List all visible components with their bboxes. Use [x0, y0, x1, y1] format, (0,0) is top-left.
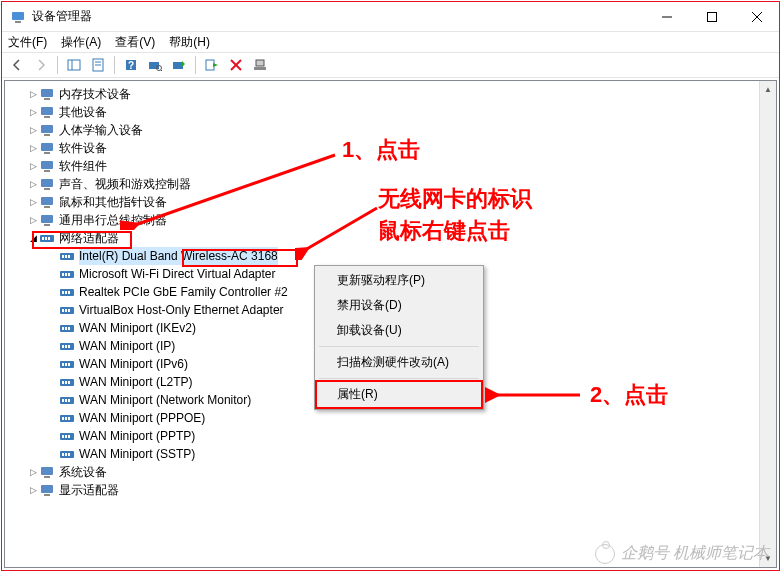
- tree-item[interactable]: ▷ 通用串行总线控制器: [5, 211, 776, 229]
- tool-update[interactable]: [168, 54, 190, 76]
- device-category-icon: [39, 212, 55, 228]
- tree-item-adapter[interactable]: WAN Miniport (SSTP): [5, 445, 776, 463]
- tree-item[interactable]: ▷ 鼠标和其他指针设备: [5, 193, 776, 211]
- tree-item-label: VirtualBox Host-Only Ethernet Adapter: [79, 301, 284, 319]
- tool-scan[interactable]: [144, 54, 166, 76]
- svg-rect-22: [41, 89, 53, 97]
- tree-item[interactable]: ▷ 显示适配器: [5, 481, 776, 499]
- network-adapter-icon: [59, 428, 75, 444]
- tree-item-adapter[interactable]: Intel(R) Dual Band Wireless-AC 3168: [5, 247, 776, 265]
- tree-item[interactable]: ▷ 声音、视频和游戏控制器: [5, 175, 776, 193]
- expander-icon[interactable]: ▷: [27, 157, 39, 175]
- scroll-up-arrow[interactable]: ▲: [760, 81, 776, 98]
- svg-rect-27: [44, 134, 50, 136]
- device-category-icon: [39, 176, 55, 192]
- maximize-button[interactable]: [689, 2, 734, 31]
- tree-item[interactable]: ▷ 软件组件: [5, 157, 776, 175]
- menu-action[interactable]: 操作(A): [61, 34, 101, 51]
- window-title: 设备管理器: [32, 8, 644, 25]
- tree-item-label: 软件设备: [59, 139, 107, 157]
- svg-rect-76: [65, 399, 67, 402]
- context-menu-item[interactable]: 属性(R): [315, 380, 483, 409]
- context-menu-item[interactable]: 扫描检测硬件改动(A): [317, 350, 481, 375]
- forward-button[interactable]: [30, 54, 52, 76]
- tree-item-label: Microsoft Wi-Fi Direct Virtual Adapter: [79, 265, 276, 283]
- penguin-icon: [595, 544, 615, 564]
- device-category-icon: [39, 158, 55, 174]
- context-menu-item[interactable]: 禁用设备(D): [317, 293, 481, 318]
- svg-rect-45: [68, 255, 70, 258]
- svg-rect-0: [12, 12, 24, 20]
- svg-rect-93: [44, 494, 50, 496]
- svg-rect-68: [65, 363, 67, 366]
- svg-rect-44: [65, 255, 67, 258]
- svg-rect-59: [62, 327, 64, 330]
- svg-rect-80: [65, 417, 67, 420]
- tool-device[interactable]: [249, 54, 271, 76]
- tree-item-label: WAN Miniport (IP): [79, 337, 175, 355]
- tree-item[interactable]: ▷ 人体学输入设备: [5, 121, 776, 139]
- minimize-button[interactable]: [644, 2, 689, 31]
- expander-icon[interactable]: ▷: [27, 463, 39, 481]
- tree-item-label: WAN Miniport (SSTP): [79, 445, 195, 463]
- device-category-icon: [39, 140, 55, 156]
- context-menu-item[interactable]: 更新驱动程序(P): [317, 268, 481, 293]
- svg-rect-35: [44, 206, 50, 208]
- expander-icon[interactable]: ▷: [27, 121, 39, 139]
- expander-icon[interactable]: ▷: [27, 211, 39, 229]
- back-button[interactable]: [6, 54, 28, 76]
- svg-rect-40: [45, 237, 47, 240]
- tree-item[interactable]: ▷ 其他设备: [5, 103, 776, 121]
- device-category-icon: [39, 122, 55, 138]
- svg-rect-91: [44, 476, 50, 478]
- tool-help[interactable]: ?: [120, 54, 142, 76]
- tree-item[interactable]: ▷ 内存技术设备: [5, 85, 776, 103]
- svg-rect-1: [15, 21, 21, 23]
- tool-show-hide[interactable]: [63, 54, 85, 76]
- tree-item-label: WAN Miniport (PPTP): [79, 427, 195, 445]
- expander-icon[interactable]: ▷: [27, 193, 39, 211]
- tool-enable[interactable]: [201, 54, 223, 76]
- tree-item-label: 声音、视频和游戏控制器: [59, 175, 191, 193]
- tool-uninstall[interactable]: [225, 54, 247, 76]
- expander-icon[interactable]: ▷: [27, 103, 39, 121]
- expander-icon[interactable]: ▷: [27, 175, 39, 193]
- menu-file[interactable]: 文件(F): [8, 34, 47, 51]
- device-category-icon: [39, 464, 55, 480]
- expander-icon[interactable]: ▷: [27, 139, 39, 157]
- svg-rect-31: [44, 170, 50, 172]
- svg-rect-47: [62, 273, 64, 276]
- svg-rect-16: [173, 62, 183, 69]
- vertical-scrollbar[interactable]: ▲ ▼: [759, 81, 776, 567]
- tree-item-adapter[interactable]: WAN Miniport (PPTP): [5, 427, 776, 445]
- svg-rect-34: [41, 197, 53, 205]
- tree-item[interactable]: ▷ 软件设备: [5, 139, 776, 157]
- svg-rect-3: [707, 12, 716, 21]
- expander-icon[interactable]: ▷: [27, 481, 39, 499]
- svg-rect-41: [48, 237, 50, 240]
- tree-item[interactable]: ▷ 系统设备: [5, 463, 776, 481]
- network-adapter-icon: [59, 356, 75, 372]
- svg-rect-79: [62, 417, 64, 420]
- svg-rect-64: [65, 345, 67, 348]
- context-menu-separator: [319, 378, 479, 379]
- svg-rect-88: [65, 453, 67, 456]
- tree-item-network-adapters[interactable]: ◢ 网络适配器: [5, 229, 776, 247]
- svg-rect-75: [62, 399, 64, 402]
- tool-properties[interactable]: [87, 54, 109, 76]
- app-icon: [10, 9, 26, 25]
- toolbar: ?: [2, 52, 779, 78]
- tree-item-adapter[interactable]: WAN Miniport (PPPOE): [5, 409, 776, 427]
- context-menu-separator: [319, 346, 479, 347]
- expander-icon[interactable]: ◢: [27, 229, 39, 247]
- tree-item-label: WAN Miniport (PPPOE): [79, 409, 205, 427]
- context-menu-item[interactable]: 卸载设备(U): [317, 318, 481, 343]
- close-button[interactable]: [734, 2, 779, 31]
- expander-icon[interactable]: ▷: [27, 85, 39, 103]
- svg-rect-30: [41, 161, 53, 169]
- menu-help[interactable]: 帮助(H): [169, 34, 210, 51]
- network-adapter-icon: [39, 230, 55, 246]
- menu-view[interactable]: 查看(V): [115, 34, 155, 51]
- tree-item-label: 网络适配器: [59, 229, 119, 247]
- svg-rect-56: [65, 309, 67, 312]
